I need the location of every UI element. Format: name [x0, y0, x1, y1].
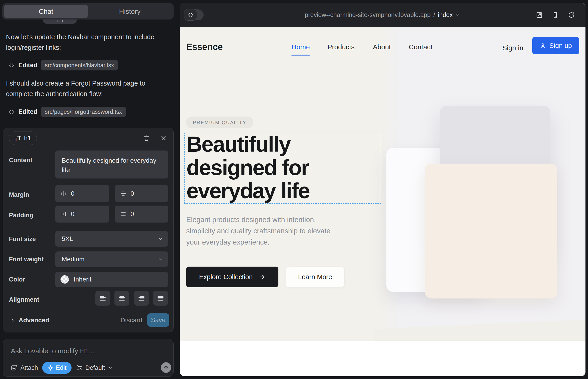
element-tag-name: h1 — [24, 134, 31, 142]
url-page: index — [438, 12, 453, 19]
font-weight-label: Font weight — [9, 256, 44, 263]
element-tag-pill[interactable]: TT h1 — [9, 131, 37, 145]
code-toggle-knob — [184, 9, 197, 20]
margin-x-input[interactable]: 0 — [55, 185, 109, 202]
content-input[interactable]: Beautifully designed for everyday life — [55, 151, 168, 178]
advanced-toggle[interactable]: Advanced — [10, 316, 49, 324]
chevron-down-icon — [108, 365, 113, 370]
padding-y-input[interactable]: 0 — [115, 205, 168, 222]
align-right-icon — [138, 294, 145, 302]
font-weight-select[interactable]: Medium — [55, 252, 168, 267]
mobile-view-button[interactable] — [550, 10, 560, 20]
file-badge[interactable]: src/components/Navbar.tsx — [41, 60, 118, 70]
refresh-button[interactable] — [566, 10, 576, 20]
open-in-new-tab-button[interactable] — [534, 10, 544, 20]
align-right-button[interactable] — [134, 291, 149, 306]
tab-history[interactable]: History — [88, 5, 172, 18]
quality-badge: PREMIUM QUALITY — [186, 117, 253, 128]
margin-horizontal-icon — [60, 190, 67, 197]
refresh-icon — [568, 12, 575, 19]
file-badge[interactable]: src/pages/ForgotPassword.tsx — [41, 107, 126, 117]
hero-paragraph: Elegant products designed with intention… — [186, 214, 339, 248]
sign-in-link[interactable]: Sign in — [502, 44, 523, 52]
truncated-message-bubble — [43, 19, 77, 24]
chevron-down-icon — [455, 12, 461, 17]
align-justify-icon — [157, 294, 164, 302]
element-selection-outline[interactable]: Beautifully designed for everyday life — [184, 133, 381, 204]
nav-link-home[interactable]: Home — [292, 43, 310, 56]
chevron-right-icon — [10, 317, 15, 323]
arrow-up-icon — [163, 364, 169, 371]
send-button[interactable] — [161, 362, 171, 373]
chat-composer: Ask Lovable to modify H1... Attach Edit … — [3, 339, 174, 377]
color-label: Color — [9, 276, 25, 283]
preview-panel: preview--charming-site-symphony.lovable.… — [180, 3, 586, 376]
user-icon — [540, 42, 546, 49]
color-select[interactable]: Inherit — [55, 272, 168, 287]
url-separator: / — [433, 12, 435, 19]
close-editor-button[interactable] — [158, 133, 169, 143]
padding-x-value: 0 — [71, 210, 75, 218]
font-weight-value: Medium — [62, 255, 85, 263]
margin-y-input[interactable]: 0 — [115, 185, 168, 202]
sign-up-label: Sign up — [549, 42, 572, 49]
explore-collection-button[interactable]: Explore Collection — [186, 267, 279, 287]
explore-collection-label: Explore Collection — [199, 273, 253, 281]
close-icon — [160, 135, 167, 142]
crosshair-icon — [47, 364, 54, 371]
advanced-label: Advanced — [19, 316, 49, 324]
chevron-down-icon — [157, 236, 164, 242]
chevron-down-icon — [157, 256, 164, 262]
nav-link-contact[interactable]: Contact — [409, 43, 432, 55]
chat-history-tabs: Chat History — [2, 3, 174, 19]
learn-more-button[interactable]: Learn More — [286, 267, 344, 287]
margin-y-value: 0 — [130, 190, 134, 197]
align-left-button[interactable] — [95, 291, 110, 306]
margin-vertical-icon — [120, 190, 127, 197]
nav-link-products[interactable]: Products — [327, 43, 355, 55]
composer-toolbar: Attach Edit Default — [11, 362, 113, 374]
url-bar[interactable]: preview--charming-site-symphony.lovable.… — [305, 3, 461, 27]
trash-icon — [143, 135, 150, 142]
color-value: Inherit — [74, 276, 92, 283]
font-size-value: 5XL — [62, 235, 73, 242]
code-icon — [187, 12, 194, 18]
app-window: Chat History Now let's update the Navbar… — [0, 0, 588, 379]
delete-element-button[interactable] — [141, 133, 152, 143]
edit-mode-button[interactable]: Edit — [42, 362, 72, 374]
decorative-curve — [373, 319, 586, 341]
sliders-icon — [76, 364, 83, 371]
code-preview-toggle[interactable] — [184, 9, 204, 20]
edited-file-row: Edited src/components/Navbar.tsx — [8, 60, 118, 70]
padding-x-input[interactable]: 0 — [55, 205, 109, 222]
align-center-icon — [118, 294, 126, 302]
font-size-select[interactable]: 5XL — [55, 231, 168, 247]
edited-label: Edited — [18, 108, 37, 115]
sidebar: Chat History Now let's update the Navbar… — [0, 0, 178, 379]
align-center-button[interactable] — [114, 291, 129, 306]
mode-select[interactable]: Default — [76, 364, 113, 371]
sign-up-button[interactable]: Sign up — [532, 37, 579, 54]
url-domain: preview--charming-site-symphony.lovable.… — [305, 12, 431, 19]
padding-vertical-icon — [120, 211, 127, 218]
discard-button[interactable]: Discard — [119, 316, 144, 324]
color-swatch — [60, 275, 69, 284]
attach-button[interactable]: Attach — [11, 364, 38, 371]
site-viewport: Essence Home Products About Contact Sign… — [180, 27, 586, 376]
edited-file-row: Edited src/pages/ForgotPassword.tsx — [8, 107, 126, 117]
nav-link-about[interactable]: About — [373, 43, 391, 55]
site-brand[interactable]: Essence — [186, 42, 223, 52]
attach-image-icon — [11, 364, 18, 371]
smartphone-icon — [552, 12, 559, 19]
save-button[interactable]: Save — [147, 313, 169, 327]
assistant-message: Now let's update the Navbar component to… — [6, 32, 155, 53]
composer-input[interactable]: Ask Lovable to modify H1... — [11, 347, 94, 355]
edited-label: Edited — [18, 62, 37, 69]
align-justify-button[interactable] — [153, 291, 168, 306]
hero-heading[interactable]: Beautifully designed for everyday life — [186, 133, 370, 203]
tab-chat[interactable]: Chat — [4, 5, 88, 18]
attach-label: Attach — [20, 364, 38, 371]
preview-actions — [534, 3, 576, 27]
alignment-label: Alignment — [9, 296, 39, 303]
element-editor-panel: TT h1 Content Beautifully designed for e… — [3, 128, 174, 332]
